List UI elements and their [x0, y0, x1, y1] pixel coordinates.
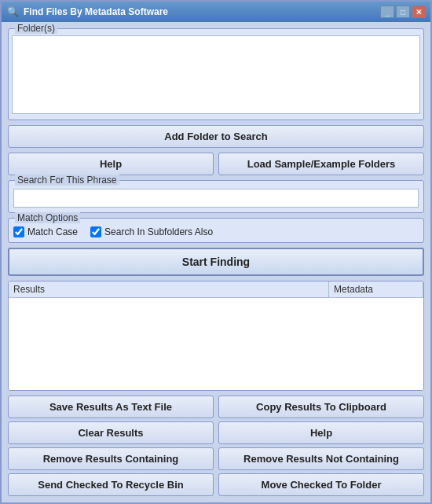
- load-sample-button[interactable]: Load Sample/Example Folders: [218, 153, 424, 175]
- results-group: Results Metadata: [8, 281, 424, 391]
- help-row: Help Load Sample/Example Folders: [8, 153, 424, 175]
- search-group: Search For This Phrase: [8, 180, 424, 213]
- search-input[interactable]: [13, 189, 419, 208]
- clear-results-button[interactable]: Clear Results: [8, 421, 214, 444]
- results-header: Results Metadata: [9, 281, 423, 298]
- results-body: [9, 298, 423, 390]
- minimize-button[interactable]: _: [380, 6, 394, 18]
- save-copy-row: Save Results As Text File Copy Results T…: [8, 395, 424, 418]
- search-label: Search For This Phrase: [15, 175, 119, 186]
- add-folder-button[interactable]: Add Folder to Search: [8, 125, 424, 148]
- subfolders-checkbox[interactable]: [90, 226, 101, 237]
- bottom-buttons: Save Results As Text File Copy Results T…: [8, 395, 424, 496]
- match-case-option[interactable]: Match Case: [13, 226, 78, 237]
- restore-button[interactable]: □: [396, 6, 410, 18]
- folders-label: Folder(s): [15, 23, 57, 34]
- folders-input[interactable]: [12, 35, 420, 114]
- main-content: Folder(s) Add Folder to Search Help Load…: [2, 22, 430, 502]
- subfolders-label: Search In Subfolders Also: [104, 226, 213, 237]
- metadata-col-header: Metadata: [329, 281, 423, 297]
- main-window: 🔍 Find Files By Metadata Software _ □ ✕ …: [0, 0, 432, 504]
- clear-help-row: Clear Results Help: [8, 421, 424, 444]
- results-col-header: Results: [9, 281, 329, 297]
- remove-containing-button[interactable]: Remove Results Containing: [8, 447, 214, 470]
- recycle-move-row: Send Checked To Recycle Bin Move Checked…: [8, 473, 424, 496]
- match-label: Match Options: [15, 212, 80, 223]
- copy-results-button[interactable]: Copy Results To Clipboard: [218, 395, 424, 418]
- match-case-checkbox[interactable]: [13, 226, 24, 237]
- remove-not-containing-button[interactable]: Remove Results Not Containing: [218, 447, 424, 470]
- move-folder-button[interactable]: Move Checked To Folder: [218, 473, 424, 496]
- title-bar: 🔍 Find Files By Metadata Software _ □ ✕: [2, 2, 430, 22]
- app-icon: 🔍: [6, 6, 19, 18]
- close-button[interactable]: ✕: [412, 6, 426, 18]
- remove-row: Remove Results Containing Remove Results…: [8, 447, 424, 470]
- help-button[interactable]: Help: [8, 153, 214, 175]
- folders-group: Folder(s): [8, 28, 424, 120]
- match-group: Match Options Match Case Search In Subfo…: [8, 218, 424, 243]
- start-finding-button[interactable]: Start Finding: [8, 248, 424, 276]
- window-title: Find Files By Metadata Software: [24, 6, 168, 17]
- subfolders-option[interactable]: Search In Subfolders Also: [90, 226, 213, 237]
- save-results-button[interactable]: Save Results As Text File: [8, 395, 214, 418]
- send-recycle-button[interactable]: Send Checked To Recycle Bin: [8, 473, 214, 496]
- match-options-row: Match Case Search In Subfolders Also: [13, 226, 419, 237]
- help2-button[interactable]: Help: [218, 421, 424, 444]
- match-case-label: Match Case: [27, 226, 78, 237]
